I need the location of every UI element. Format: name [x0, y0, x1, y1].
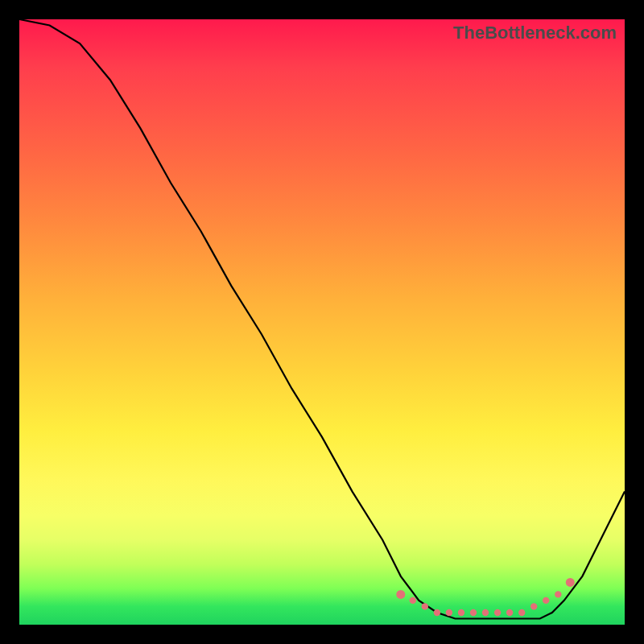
optimal-dot — [422, 603, 428, 609]
optimal-range-dots — [396, 578, 575, 616]
optimal-dot — [518, 609, 525, 616]
optimal-dot — [494, 609, 501, 616]
chart-plot-area: TheBottleneck.com — [19, 19, 625, 625]
chart-frame: TheBottleneck.com — [0, 0, 644, 644]
optimal-dot — [566, 578, 575, 587]
optimal-dot — [530, 603, 537, 609]
optimal-dot — [434, 609, 440, 616]
bottleneck-curve — [19, 19, 625, 625]
optimal-dot — [446, 609, 452, 616]
optimal-dot — [410, 597, 416, 604]
optimal-dot — [482, 609, 489, 616]
optimal-dot — [543, 597, 549, 604]
optimal-dot — [506, 609, 513, 616]
optimal-dot — [458, 609, 464, 616]
optimal-dot — [396, 590, 405, 599]
curve-path — [19, 19, 625, 619]
optimal-dot — [470, 609, 477, 616]
optimal-dot — [555, 591, 561, 597]
watermark-text: TheBottleneck.com — [453, 23, 617, 43]
